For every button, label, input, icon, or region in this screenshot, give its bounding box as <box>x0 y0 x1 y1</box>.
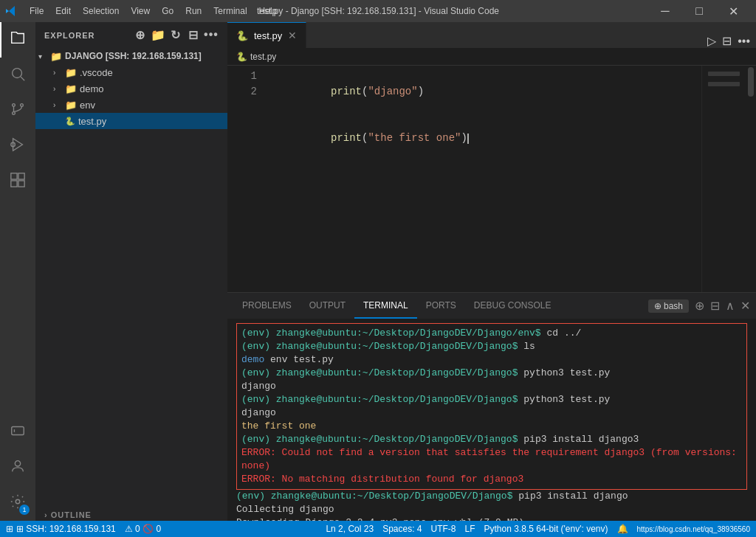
tab-close-button[interactable]: ✕ <box>288 30 297 41</box>
svg-line-1 <box>21 77 24 80</box>
tree-root-label: DJANGO [SSH: 192.168.159.131] <box>65 51 202 61</box>
terminal-line-8: the first one <box>241 420 742 433</box>
testpy-file-icon: 🐍 <box>65 117 75 126</box>
tree-testpy[interactable]: 🐍 test.py <box>35 113 227 129</box>
minimap <box>701 66 746 292</box>
terminal-cmd-4: python3 test.py <box>523 367 610 378</box>
more-icon[interactable]: ••• <box>204 28 219 42</box>
activity-remote[interactable] <box>0 415 35 450</box>
svg-point-4 <box>13 112 16 115</box>
svg-marker-6 <box>13 139 23 151</box>
sidebar: Explorer ⊕ 📁 ↻ ⊟ ••• ▾ 📁 DJANGO [SSH: 19… <box>35 22 227 521</box>
breadcrumb-file-icon: 🐍 <box>236 52 247 62</box>
activity-extensions[interactable] <box>0 164 35 199</box>
language-mode-text: Python 3.8.5 64-bit ('env': venv) <box>484 524 608 534</box>
minimize-panel-button[interactable]: ∧ <box>726 299 735 313</box>
watermark-text: https://blog.csdn.net/qq_38936560 <box>637 525 750 533</box>
more-actions-button[interactable]: ••• <box>738 35 750 48</box>
activity-account[interactable] <box>0 450 35 485</box>
maximize-button[interactable]: □ <box>682 0 716 22</box>
tree-demo[interactable]: › 📁 demo <box>35 80 227 97</box>
line-ending-status[interactable]: LF <box>465 524 475 534</box>
menu-selection[interactable]: Selection <box>77 0 125 22</box>
terminal-testpy: test.py <box>293 354 334 365</box>
paren-close-1: ) <box>418 86 424 97</box>
outline-section[interactable]: › OUTLINE <box>35 509 227 521</box>
svg-rect-8 <box>11 173 17 179</box>
terminal-error-1: ERROR: Could not find a version that sat… <box>241 447 737 471</box>
tree-env[interactable]: › 📁 env <box>35 97 227 113</box>
panel-tab-terminal[interactable]: TERMINAL <box>354 293 417 319</box>
tree-root[interactable]: ▾ 📁 DJANGO [SSH: 192.168.159.131] <box>35 48 227 64</box>
svg-rect-11 <box>18 181 24 187</box>
activity-search[interactable] <box>0 58 35 93</box>
remote-status[interactable]: ⊞ ⊞ SSH: 192.168.159.131 <box>6 524 116 534</box>
string-django: "django" <box>368 86 417 97</box>
menu-go[interactable]: Go <box>156 0 179 22</box>
new-folder-icon[interactable]: 📁 <box>151 28 165 42</box>
source-control-icon <box>10 101 26 120</box>
close-panel-button[interactable]: ✕ <box>740 299 750 313</box>
tab-testpy[interactable]: 🐍 test.py ✕ <box>227 22 306 48</box>
menu-view[interactable]: View <box>125 0 156 22</box>
code-editor[interactable]: 1 2 print("django") print("the first one… <box>227 66 756 292</box>
terminal-cmd-12: pip3 install django <box>518 491 628 502</box>
account-icon <box>10 458 26 477</box>
language-mode-status[interactable]: Python 3.8.5 64-bit ('env': venv) <box>484 524 608 534</box>
panel-tab-problems[interactable]: PROBLEMS <box>233 293 300 319</box>
split-terminal-button[interactable]: ⊟ <box>710 299 720 313</box>
close-button[interactable]: ✕ <box>716 0 750 22</box>
activity-bar: 1 <box>0 22 35 521</box>
watermark-status[interactable]: https://blog.csdn.net/qq_38936560 <box>637 525 750 533</box>
new-file-icon[interactable]: ⊕ <box>133 28 148 42</box>
run-button[interactable]: ▷ <box>707 34 716 48</box>
refresh-icon[interactable]: ↻ <box>168 28 183 42</box>
menu-run[interactable]: Run <box>179 0 207 22</box>
problems-status[interactable]: ⚠ 0 🚫 0 <box>125 524 161 534</box>
terminal-cmd-2: ls <box>523 341 535 352</box>
titlebar: File Edit Selection View Go Run Terminal… <box>0 0 756 22</box>
panel-tab-output[interactable]: OUTPUT <box>300 293 354 319</box>
tab-testpy-label: test.py <box>254 30 282 41</box>
tree-root-arrow: ▾ <box>38 52 50 60</box>
panel-tab-ports[interactable]: PORTS <box>417 293 465 319</box>
activity-run-debug[interactable] <box>0 128 35 164</box>
cursor-pos-status[interactable]: Ln 2, Col 23 <box>326 524 374 534</box>
minimize-button[interactable]: ─ <box>648 0 682 22</box>
terminal-cmd-1: cd ../ <box>546 328 581 339</box>
activity-source-control[interactable] <box>0 93 35 128</box>
code-line-1: print("django") <box>269 69 701 115</box>
collapse-icon[interactable]: ⊟ <box>186 28 201 42</box>
svg-point-2 <box>13 104 16 107</box>
menu-edit[interactable]: Edit <box>49 0 77 22</box>
menu-file[interactable]: File <box>24 0 49 22</box>
panel-tab-debug-console[interactable]: DEBUG CONSOLE <box>465 293 560 319</box>
root-folder-icon: 📁 <box>50 51 62 62</box>
titlebar-left: File Edit Selection View Go Run Terminal… <box>6 0 283 22</box>
extensions-icon <box>10 172 26 191</box>
terminal-error-2: ERROR: No matching distribution found fo… <box>241 474 523 485</box>
encoding-status[interactable]: UTF-8 <box>431 524 456 534</box>
terminal-line-1: (env) zhangke@ubuntu:~/Desktop/DjangoDEV… <box>241 327 742 340</box>
editor-scrollbar[interactable] <box>746 66 756 292</box>
demo-arrow: › <box>53 85 65 93</box>
line-numbers: 1 2 <box>227 66 263 292</box>
terminal-line-10: ERROR: Could not find a version that sat… <box>241 446 742 473</box>
terminal-content[interactable]: (env) zhangke@ubuntu:~/Desktop/DjangoDEV… <box>227 319 756 521</box>
code-content[interactable]: print("django") print("the first one") <box>263 66 701 292</box>
split-editor-button[interactable]: ⊟ <box>722 34 732 48</box>
indentation-status[interactable]: Spaces: 4 <box>382 524 422 534</box>
activity-settings[interactable]: 1 <box>0 485 35 521</box>
activity-explorer[interactable] <box>0 22 35 58</box>
terminal-line-2: (env) zhangke@ubuntu:~/Desktop/DjangoDEV… <box>241 340 742 353</box>
notifications-status[interactable]: 🔔 <box>617 524 628 534</box>
add-terminal-button[interactable]: ⊕ <box>695 299 704 313</box>
demo-folder-icon: 📁 <box>65 83 77 94</box>
svg-rect-9 <box>18 173 24 179</box>
paren-close-2: ) <box>461 132 467 144</box>
tree-vscode[interactable]: › 📁 .vscode <box>35 64 227 80</box>
menu-terminal[interactable]: Terminal <box>207 0 252 22</box>
env-arrow: › <box>53 101 65 109</box>
settings-badge: 1 <box>19 505 30 515</box>
remote-text: ⊞ SSH: 192.168.159.131 <box>16 524 116 534</box>
